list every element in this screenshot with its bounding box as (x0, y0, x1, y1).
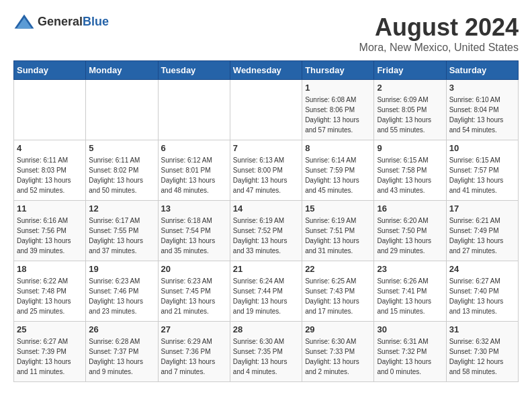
day-number: 29 (305, 324, 371, 334)
day-info: Sunrise: 6:25 AM Sunset: 7:43 PM Dayligh… (305, 276, 371, 316)
calendar-cell (158, 80, 230, 140)
page-header: GeneralBlue August 2024 Mora, New Mexico… (13, 13, 519, 54)
title-block: August 2024 Mora, New Mexico, United Sta… (359, 13, 519, 54)
calendar-table: SundayMondayTuesdayWednesdayThursdayFrid… (13, 60, 519, 382)
day-number: 30 (377, 324, 443, 334)
day-number: 5 (89, 143, 154, 153)
calendar-cell: 22Sunrise: 6:25 AM Sunset: 7:43 PM Dayli… (302, 261, 374, 322)
calendar-cell (86, 80, 158, 140)
day-number: 14 (233, 203, 299, 214)
day-number: 15 (305, 203, 371, 214)
day-info: Sunrise: 6:15 AM Sunset: 7:58 PM Dayligh… (377, 155, 443, 195)
day-number: 4 (17, 143, 83, 153)
day-info: Sunrise: 6:21 AM Sunset: 7:49 PM Dayligh… (449, 216, 515, 256)
day-info: Sunrise: 6:19 AM Sunset: 7:52 PM Dayligh… (233, 216, 299, 256)
calendar-cell (230, 80, 302, 140)
logo-general: General (38, 15, 83, 28)
day-info: Sunrise: 6:16 AM Sunset: 7:56 PM Dayligh… (17, 216, 83, 256)
day-number: 23 (377, 264, 443, 274)
calendar-cell: 14Sunrise: 6:19 AM Sunset: 7:52 PM Dayli… (230, 201, 302, 261)
day-info: Sunrise: 6:14 AM Sunset: 7:59 PM Dayligh… (305, 155, 371, 195)
calendar-cell: 28Sunrise: 6:30 AM Sunset: 7:35 PM Dayli… (230, 322, 302, 382)
calendar-cell: 13Sunrise: 6:18 AM Sunset: 7:54 PM Dayli… (158, 201, 230, 261)
day-info: Sunrise: 6:18 AM Sunset: 7:54 PM Dayligh… (161, 216, 227, 256)
calendar-cell: 21Sunrise: 6:24 AM Sunset: 7:44 PM Dayli… (230, 261, 302, 322)
calendar-cell: 11Sunrise: 6:16 AM Sunset: 7:56 PM Dayli… (14, 201, 86, 261)
day-number: 7 (233, 143, 299, 153)
day-number: 31 (449, 324, 515, 334)
calendar-cell: 20Sunrise: 6:23 AM Sunset: 7:45 PM Dayli… (158, 261, 230, 322)
day-header-monday: Monday (86, 61, 158, 80)
calendar-cell: 23Sunrise: 6:26 AM Sunset: 7:41 PM Dayli… (374, 261, 446, 322)
day-info: Sunrise: 6:30 AM Sunset: 7:35 PM Dayligh… (233, 336, 299, 377)
calendar-cell: 3Sunrise: 6:10 AM Sunset: 8:04 PM Daylig… (446, 80, 518, 140)
month-title: August 2024 (359, 13, 519, 42)
day-number: 16 (377, 203, 443, 214)
calendar-cell: 4Sunrise: 6:11 AM Sunset: 8:03 PM Daylig… (14, 140, 86, 201)
calendar-cell: 16Sunrise: 6:20 AM Sunset: 7:50 PM Dayli… (374, 201, 446, 261)
day-info: Sunrise: 6:12 AM Sunset: 8:01 PM Dayligh… (161, 155, 227, 195)
day-info: Sunrise: 6:27 AM Sunset: 7:40 PM Dayligh… (449, 276, 515, 316)
day-number: 11 (17, 203, 83, 214)
day-number: 26 (89, 324, 154, 334)
day-number: 20 (161, 264, 227, 274)
day-number: 19 (89, 264, 154, 274)
day-info: Sunrise: 6:10 AM Sunset: 8:04 PM Dayligh… (449, 95, 515, 135)
day-info: Sunrise: 6:11 AM Sunset: 8:02 PM Dayligh… (89, 155, 154, 195)
day-info: Sunrise: 6:32 AM Sunset: 7:30 PM Dayligh… (449, 336, 515, 377)
day-info: Sunrise: 6:20 AM Sunset: 7:50 PM Dayligh… (377, 216, 443, 256)
calendar-cell: 17Sunrise: 6:21 AM Sunset: 7:49 PM Dayli… (446, 201, 518, 261)
day-info: Sunrise: 6:19 AM Sunset: 7:51 PM Dayligh… (305, 216, 371, 256)
day-info: Sunrise: 6:28 AM Sunset: 7:37 PM Dayligh… (89, 336, 154, 377)
day-number: 13 (161, 203, 227, 214)
day-info: Sunrise: 6:23 AM Sunset: 7:46 PM Dayligh… (89, 276, 154, 316)
calendar-cell: 6Sunrise: 6:12 AM Sunset: 8:01 PM Daylig… (158, 140, 230, 201)
calendar-cell: 30Sunrise: 6:31 AM Sunset: 7:32 PM Dayli… (374, 322, 446, 382)
day-number: 10 (449, 143, 515, 153)
day-number: 3 (449, 83, 515, 93)
day-number: 12 (89, 203, 154, 214)
calendar-cell: 7Sunrise: 6:13 AM Sunset: 8:00 PM Daylig… (230, 140, 302, 201)
calendar-cell: 8Sunrise: 6:14 AM Sunset: 7:59 PM Daylig… (302, 140, 374, 201)
logo-icon (13, 13, 35, 30)
calendar-header-row: SundayMondayTuesdayWednesdayThursdayFrid… (14, 61, 519, 80)
day-header-friday: Friday (374, 61, 446, 80)
calendar-cell: 26Sunrise: 6:28 AM Sunset: 7:37 PM Dayli… (86, 322, 158, 382)
day-number: 21 (233, 264, 299, 274)
calendar-week-3: 11Sunrise: 6:16 AM Sunset: 7:56 PM Dayli… (14, 201, 519, 261)
day-number: 22 (305, 264, 371, 274)
day-info: Sunrise: 6:23 AM Sunset: 7:45 PM Dayligh… (161, 276, 227, 316)
day-header-saturday: Saturday (446, 61, 518, 80)
calendar-cell: 25Sunrise: 6:27 AM Sunset: 7:39 PM Dayli… (14, 322, 86, 382)
day-info: Sunrise: 6:13 AM Sunset: 8:00 PM Dayligh… (233, 155, 299, 195)
calendar-cell: 12Sunrise: 6:17 AM Sunset: 7:55 PM Dayli… (86, 201, 158, 261)
calendar-cell: 18Sunrise: 6:22 AM Sunset: 7:48 PM Dayli… (14, 261, 86, 322)
calendar-cell: 27Sunrise: 6:29 AM Sunset: 7:36 PM Dayli… (158, 322, 230, 382)
calendar-week-2: 4Sunrise: 6:11 AM Sunset: 8:03 PM Daylig… (14, 140, 519, 201)
day-header-wednesday: Wednesday (230, 61, 302, 80)
calendar-cell: 15Sunrise: 6:19 AM Sunset: 7:51 PM Dayli… (302, 201, 374, 261)
calendar-cell: 24Sunrise: 6:27 AM Sunset: 7:40 PM Dayli… (446, 261, 518, 322)
calendar-cell: 9Sunrise: 6:15 AM Sunset: 7:58 PM Daylig… (374, 140, 446, 201)
day-number: 17 (449, 203, 515, 214)
calendar-cell: 19Sunrise: 6:23 AM Sunset: 7:46 PM Dayli… (86, 261, 158, 322)
calendar-cell (14, 80, 86, 140)
day-number: 6 (161, 143, 227, 153)
logo-blue: Blue (83, 15, 109, 28)
logo: GeneralBlue (13, 13, 109, 30)
day-header-sunday: Sunday (14, 61, 86, 80)
day-number: 24 (449, 264, 515, 274)
calendar-cell: 2Sunrise: 6:09 AM Sunset: 8:05 PM Daylig… (374, 80, 446, 140)
day-info: Sunrise: 6:22 AM Sunset: 7:48 PM Dayligh… (17, 276, 83, 316)
calendar-cell: 29Sunrise: 6:30 AM Sunset: 7:33 PM Dayli… (302, 322, 374, 382)
calendar-week-1: 1Sunrise: 6:08 AM Sunset: 8:06 PM Daylig… (14, 80, 519, 140)
day-info: Sunrise: 6:30 AM Sunset: 7:33 PM Dayligh… (305, 336, 371, 377)
day-number: 28 (233, 324, 299, 334)
day-info: Sunrise: 6:15 AM Sunset: 7:57 PM Dayligh… (449, 155, 515, 195)
day-number: 27 (161, 324, 227, 334)
day-info: Sunrise: 6:11 AM Sunset: 8:03 PM Dayligh… (17, 155, 83, 195)
day-header-thursday: Thursday (302, 61, 374, 80)
day-header-tuesday: Tuesday (158, 61, 230, 80)
day-info: Sunrise: 6:17 AM Sunset: 7:55 PM Dayligh… (89, 216, 154, 256)
calendar-cell: 10Sunrise: 6:15 AM Sunset: 7:57 PM Dayli… (446, 140, 518, 201)
